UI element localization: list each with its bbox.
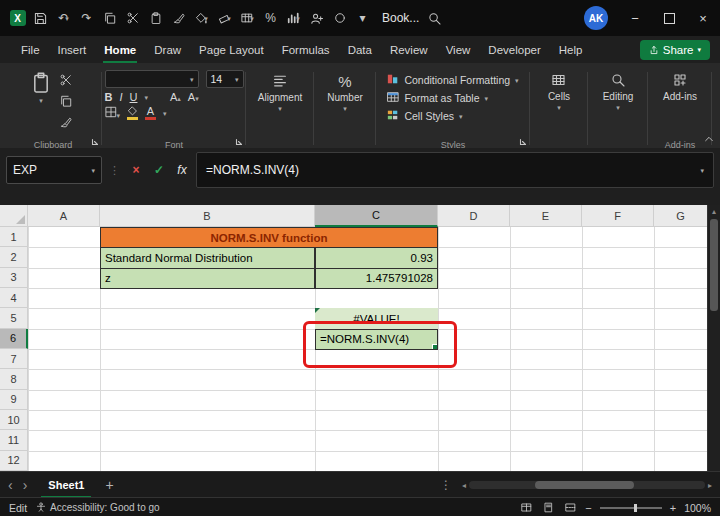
column-header-A[interactable]: A (28, 205, 100, 227)
save-icon[interactable] (29, 6, 52, 30)
zoom-slider-thumb[interactable] (634, 504, 637, 512)
minimize-button[interactable]: − (618, 0, 652, 36)
tab-page-layout[interactable]: Page Layout (190, 36, 273, 63)
horizontal-scrollbar-track[interactable] (469, 481, 705, 489)
page-layout-view-icon[interactable] (541, 502, 555, 513)
select-all-corner[interactable] (0, 205, 28, 227)
zoom-in-button[interactable]: + (670, 502, 676, 514)
row-header-12[interactable]: 12 (0, 451, 28, 471)
row-header-1[interactable]: 1 (0, 227, 28, 247)
column-header-B[interactable]: B (100, 205, 315, 227)
cut-button[interactable] (57, 72, 75, 88)
format-painter-icon[interactable] (167, 6, 190, 30)
page-break-view-icon[interactable] (563, 502, 577, 513)
row-header-3[interactable]: 3 (0, 268, 28, 288)
zoom-out-button[interactable]: − (585, 502, 591, 514)
previous-sheet-icon[interactable]: ‹ (8, 478, 13, 492)
bold-button[interactable]: B (105, 91, 113, 103)
eraser-icon[interactable]: ▾ (213, 6, 236, 30)
more-options-caret-icon[interactable]: ▾ (351, 6, 374, 30)
row-header-4[interactable]: 4 (0, 288, 28, 308)
column-header-E[interactable]: E (510, 205, 582, 227)
underline-button[interactable]: U (130, 91, 138, 103)
cut-icon[interactable] (121, 6, 144, 30)
sheet-options-icon[interactable]: ⋮ (440, 478, 452, 492)
row-header-5[interactable]: 5 (0, 308, 28, 328)
tab-draw[interactable]: Draw (145, 36, 190, 63)
percent-icon[interactable]: % (259, 6, 282, 30)
worksheet-grid[interactable]: ABCDEFG123456789101112NORM.S.INV functio… (0, 205, 708, 471)
record-icon[interactable] (328, 6, 351, 30)
accessibility-status[interactable]: Accessibility: Good to go (36, 502, 160, 514)
share-button[interactable]: Share ▾ (640, 40, 710, 60)
format-painter-button[interactable] (57, 114, 75, 130)
cell-B2[interactable]: Standard Normal Distribution (100, 247, 315, 268)
redo-icon[interactable]: ↷ (75, 6, 98, 30)
row-header-11[interactable]: 11 (0, 430, 28, 450)
tab-insert[interactable]: Insert (49, 36, 96, 63)
row-header-7[interactable]: 7 (0, 349, 28, 369)
add-sheet-button[interactable]: + (105, 477, 113, 493)
row-header-9[interactable]: 9 (0, 390, 28, 410)
expand-formula-bar-icon[interactable]: ▾ (700, 167, 704, 174)
paint-bucket-icon[interactable]: ▾ (190, 6, 213, 30)
collapse-ribbon-button[interactable] (704, 129, 714, 147)
font-color-caret-icon[interactable]: ▾ (163, 110, 167, 117)
undo-icon[interactable]: ↶▾ (52, 6, 75, 30)
copy-button[interactable] (57, 93, 75, 109)
number-button[interactable]: % Number ▾ (327, 68, 363, 112)
scroll-right-icon[interactable]: ▸ (708, 481, 712, 490)
cancel-formula-button[interactable]: × (127, 163, 145, 177)
row-header-10[interactable]: 10 (0, 410, 28, 430)
conditional-formatting-button[interactable]: Conditional Formatting▾ (387, 73, 518, 87)
tab-home[interactable]: Home (95, 36, 145, 63)
paste-button[interactable]: ▾ (31, 68, 51, 104)
copy-icon[interactable] (98, 6, 121, 30)
decrease-font-button[interactable]: A▾ (188, 91, 199, 103)
vertical-scrollbar-thumb[interactable] (710, 219, 718, 311)
horizontal-scrollbar[interactable]: ◂ ▸ (462, 480, 712, 490)
formula-input[interactable]: =NORM.S.INV(4) ▾ (196, 152, 714, 188)
tab-developer[interactable]: Developer (479, 36, 549, 63)
paste-icon[interactable] (144, 6, 167, 30)
fill-color-button[interactable] (127, 106, 138, 120)
row-header-2[interactable]: 2 (0, 247, 28, 267)
zoom-slider[interactable] (600, 507, 662, 509)
table-icon[interactable]: ▾ (236, 6, 259, 30)
tab-view[interactable]: View (437, 36, 480, 63)
scroll-left-icon[interactable]: ◂ (462, 481, 466, 490)
cells-button[interactable]: Cells ▾ (548, 68, 570, 111)
name-box[interactable]: EXP ▾ (6, 156, 102, 184)
close-button[interactable]: × (686, 0, 720, 36)
tab-help[interactable]: Help (550, 36, 592, 63)
person-add-icon[interactable] (305, 6, 328, 30)
addins-button[interactable]: Add-ins (663, 68, 697, 102)
chart-icon[interactable]: ▾ (282, 6, 305, 30)
excel-logo-icon[interactable]: X (6, 6, 29, 30)
underline-caret-icon[interactable]: ▾ (144, 94, 148, 101)
sheet-tab-sheet1[interactable]: Sheet1 (37, 472, 95, 498)
next-sheet-icon[interactable]: › (23, 478, 28, 492)
cell-B1[interactable]: NORM.S.INV function (100, 227, 438, 248)
maximize-button[interactable] (652, 0, 686, 36)
cell-styles-button[interactable]: Cell Styles▾ (387, 109, 462, 123)
enter-formula-button[interactable]: ✓ (150, 163, 168, 177)
editing-button[interactable]: Editing ▾ (603, 68, 634, 111)
insert-function-button[interactable]: fx (173, 163, 191, 177)
tab-file[interactable]: File (12, 36, 49, 63)
column-header-C[interactable]: C (315, 205, 438, 227)
column-header-D[interactable]: D (438, 205, 510, 227)
account-avatar[interactable]: AK (584, 6, 608, 30)
tab-formulas[interactable]: Formulas (273, 36, 339, 63)
row-header-6[interactable]: 6 (0, 329, 28, 349)
formula-bar-handle[interactable]: ⋮ (107, 164, 122, 177)
font-size-combo[interactable]: 14▾ (206, 70, 244, 88)
cell-C3[interactable]: 1.475791028 (315, 268, 438, 289)
font-name-combo[interactable]: ▾ (105, 70, 199, 88)
normal-view-icon[interactable] (519, 502, 533, 513)
format-as-table-button[interactable]: Format as Table▾ (387, 91, 488, 105)
horizontal-scrollbar-thumb[interactable] (535, 481, 634, 489)
tab-data[interactable]: Data (339, 36, 381, 63)
increase-font-button[interactable]: A▴ (170, 91, 181, 103)
column-header-G[interactable]: G (654, 205, 708, 227)
